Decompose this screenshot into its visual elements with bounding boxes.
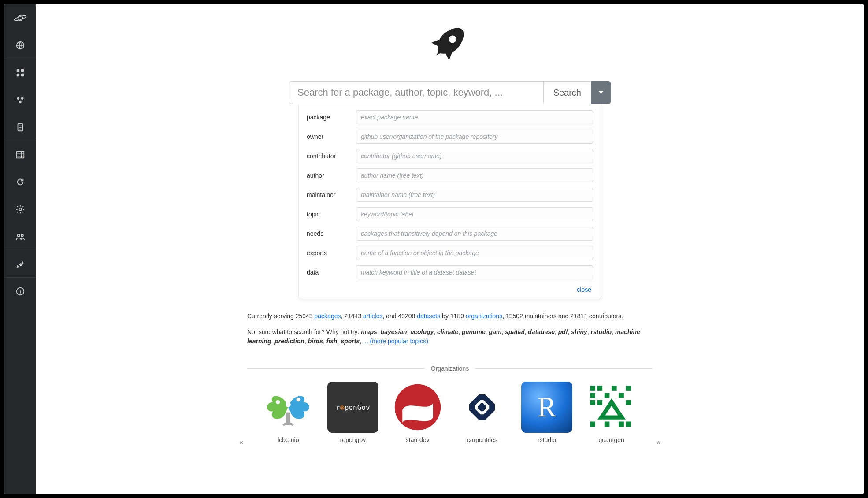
svg-rect-31 <box>604 393 609 398</box>
topic-link[interactable]: gam <box>489 328 502 335</box>
org-name: lcbc-uio <box>256 436 321 443</box>
advanced-field-input-owner[interactable] <box>356 130 593 144</box>
advanced-field-input-author[interactable] <box>356 168 593 182</box>
topic-link[interactable]: climate <box>437 328 458 335</box>
org-card[interactable]: R rstudio <box>515 382 579 443</box>
topic-link[interactable]: spatial <box>505 328 524 335</box>
org-logo-lcbc <box>263 382 314 433</box>
advanced-field-input-maintainer[interactable] <box>356 188 593 202</box>
search-dropdown-toggle[interactable] <box>591 81 611 104</box>
org-card[interactable]: quantgen <box>579 382 644 443</box>
info-icon <box>15 286 25 296</box>
topic-link[interactable]: maps <box>361 328 377 335</box>
link-datasets[interactable]: datasets <box>417 312 440 320</box>
topic-link[interactable]: rstudio <box>591 328 612 335</box>
link-articles[interactable]: articles <box>363 312 382 320</box>
advanced-field-input-contributor[interactable] <box>356 149 593 163</box>
orgs-prev-button[interactable]: « <box>239 438 244 447</box>
link-organizations[interactable]: organizations <box>466 312 502 320</box>
topic-link[interactable]: shiny <box>571 328 587 335</box>
hero-logo <box>247 22 653 63</box>
svg-rect-11 <box>17 151 24 158</box>
svg-rect-28 <box>612 386 617 391</box>
globe-icon <box>15 41 25 50</box>
advanced-field-row: exports <box>307 246 593 260</box>
svg-rect-39 <box>626 422 631 427</box>
sidebar-item-document[interactable] <box>4 114 36 141</box>
main-content: Search packageownercontributorauthormain… <box>36 4 864 494</box>
topic-link[interactable]: fish <box>326 338 338 345</box>
org-card[interactable]: r⊗penGov ropengov <box>321 382 386 443</box>
topic-link[interactable]: birds <box>308 338 323 345</box>
topics-line: Not sure what to search for? Why not try… <box>247 327 653 346</box>
topic-link[interactable]: prediction <box>274 338 304 345</box>
sidebar-item-modules[interactable] <box>4 86 36 114</box>
org-card[interactable]: carpentries <box>450 382 515 443</box>
sidebar-item-apps[interactable] <box>4 59 36 86</box>
search-input[interactable] <box>289 81 544 104</box>
svg-point-12 <box>19 208 22 211</box>
advanced-field-label: owner <box>307 133 356 140</box>
advanced-field-input-topic[interactable] <box>356 207 593 221</box>
svg-point-7 <box>17 97 20 100</box>
advanced-close-link[interactable]: close <box>577 286 591 293</box>
org-logo-ropengov: r⊗penGov <box>327 382 378 433</box>
link-packages[interactable]: packages <box>315 312 341 320</box>
sidebar-item-users[interactable] <box>4 223 36 250</box>
users-icon <box>15 232 25 242</box>
orgs-next-button[interactable]: » <box>656 438 660 447</box>
org-card[interactable]: lcbc-uio <box>256 382 321 443</box>
advanced-field-input-needs[interactable] <box>356 227 593 241</box>
advanced-search-panel: packageownercontributorauthormaintainert… <box>298 104 601 299</box>
document-icon <box>15 123 25 132</box>
sidebar-item-rocket[interactable] <box>4 250 36 278</box>
advanced-field-label: contributor <box>307 152 356 160</box>
topic-link[interactable]: sports <box>341 338 360 345</box>
rocket-icon <box>15 259 25 269</box>
organizations-row: lcbc-uio r⊗penGov ropengov stan-dev <box>247 382 653 443</box>
sidebar-item-settings[interactable] <box>4 196 36 223</box>
svg-rect-27 <box>597 386 602 391</box>
more-topics-link[interactable]: ... (more popular topics) <box>363 338 428 345</box>
svg-rect-35 <box>626 400 631 405</box>
advanced-field-label: maintainer <box>307 191 356 198</box>
topic-link[interactable]: pdf <box>558 328 568 335</box>
topic-link[interactable]: genome <box>462 328 486 335</box>
sidebar-brand-icon[interactable] <box>4 4 36 32</box>
advanced-field-label: exports <box>307 249 356 256</box>
svg-point-9 <box>19 100 22 103</box>
topic-link[interactable]: database <box>528 328 555 335</box>
advanced-field-label: needs <box>307 230 356 237</box>
svg-rect-5 <box>17 73 19 76</box>
advanced-field-row: maintainer <box>307 188 593 202</box>
advanced-field-input-exports[interactable] <box>356 246 593 260</box>
svg-rect-3 <box>17 69 19 71</box>
svg-rect-26 <box>590 386 595 391</box>
org-name: carpentries <box>450 436 515 443</box>
org-logo-standev <box>392 382 443 433</box>
svg-point-13 <box>18 234 20 237</box>
advanced-field-input-data[interactable] <box>356 265 593 279</box>
sidebar-item-info[interactable] <box>4 278 36 305</box>
sidebar-item-globe[interactable] <box>4 32 36 59</box>
svg-rect-29 <box>626 386 631 391</box>
search-button[interactable]: Search <box>544 81 591 104</box>
org-card[interactable]: stan-dev <box>385 382 450 443</box>
topic-link[interactable]: ecology <box>410 328 434 335</box>
advanced-field-input-package[interactable] <box>356 110 593 124</box>
advanced-field-row: contributor <box>307 149 593 163</box>
advanced-field-row: needs <box>307 227 593 241</box>
org-logo-quantgen <box>586 382 637 433</box>
org-name: quantgen <box>579 436 644 443</box>
table-icon <box>15 150 25 160</box>
modules-icon <box>15 95 25 105</box>
svg-rect-38 <box>619 422 624 427</box>
svg-point-8 <box>21 97 24 100</box>
sidebar-item-table[interactable] <box>4 141 36 168</box>
sidebar <box>4 4 36 494</box>
sidebar-item-refresh[interactable] <box>4 168 36 196</box>
topic-link[interactable]: bayesian <box>381 328 407 335</box>
grid-icon <box>15 68 25 78</box>
advanced-field-label: data <box>307 269 356 276</box>
stats-line: Currently serving 25943 packages, 21443 … <box>247 312 653 321</box>
